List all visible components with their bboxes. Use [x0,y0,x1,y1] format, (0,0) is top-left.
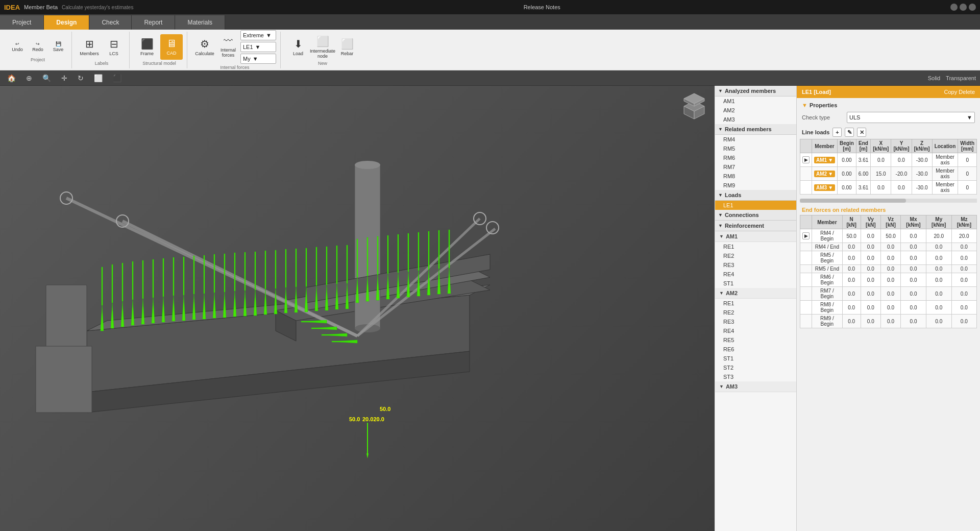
tree-item-r-am2-re5[interactable]: RE5 [715,335,796,345]
structural-buttons: ⬛ Frame 🖥 CAD [136,34,183,60]
clip-button[interactable]: ⬛ [110,73,125,83]
tree-item-r-am2-st3[interactable]: ST3 [715,372,796,381]
close-btn[interactable] [969,4,976,11]
members-button[interactable]: ⊞ Members [78,34,101,60]
row-end: 3.61 [856,181,870,195]
tab-report[interactable]: Report [132,15,175,30]
loads-header[interactable]: ▼ Loads [715,190,796,201]
ll-scrollbar[interactable] [800,199,977,203]
check-type-select[interactable]: ULS ▼ [847,112,975,123]
row-member[interactable]: AM3 ▼ [812,181,838,195]
intermediate-node-button[interactable]: ⬜ Intermediate node [311,34,334,60]
internal-forces-icon-button[interactable]: 〰 Internal forces [219,35,237,59]
home-view-button[interactable]: 🏠 [4,73,19,83]
le1-dropdown[interactable]: LE1 ▼ [240,42,276,52]
load-button[interactable]: ⬇ Load [287,34,309,60]
am3-member-dropdown[interactable]: AM3 ▼ [814,184,835,191]
redo-button[interactable]: ↪ Redo [29,38,47,56]
tree-item-rm4[interactable]: RM4 [715,135,796,144]
intermediate-node-icon: ⬜ [316,35,329,47]
solid-view-option[interactable]: Solid [928,75,940,81]
row-member[interactable]: AM1 ▼ [812,153,838,167]
ef-mz: 0.0 [951,273,976,287]
tree-item-r-am2-re3[interactable]: RE3 [715,317,796,326]
ll-add-button[interactable]: + [832,128,842,137]
orientation-cube[interactable] [679,91,709,122]
tree-item-r-am1-re3[interactable]: RE3 [715,260,796,270]
tree-item-am1[interactable]: AM1 [715,96,796,106]
copy-button[interactable]: Copy [944,89,957,95]
tree-item-am2[interactable]: AM2 [715,106,796,115]
ll-edit-button[interactable]: ✎ [845,128,854,137]
reinforcement-am1-header[interactable]: ▼ AM1 [715,231,796,242]
transparent-view-option[interactable]: Transparent [946,75,976,81]
tab-project[interactable]: Project [0,15,44,30]
ef-n: 0.0 [842,287,861,301]
zoom-button[interactable]: 🔍 [39,73,54,83]
move-button[interactable]: ✛ [58,73,70,83]
tree-item-r-am2-re4[interactable]: RE4 [715,326,796,335]
3d-viewport[interactable]: 50.0 20.020.0 50.0 [0,86,715,531]
rebar-label: Rebar [341,51,354,56]
am2-member-dropdown[interactable]: AM2 ▼ [814,171,835,177]
tree-item-rm5[interactable]: RM5 [715,144,796,153]
minimize-btn[interactable] [950,4,958,11]
lcs-button[interactable]: ⊟ LCS [103,34,125,60]
tree-item-rm8[interactable]: RM8 [715,172,796,181]
tree-item-r-am2-st2[interactable]: ST2 [715,363,796,372]
tree-item-r-am2-re1[interactable]: RE1 [715,299,796,308]
frame-button[interactable]: ⬛ Frame [136,34,158,60]
zoom-fit-button[interactable]: ⊕ [23,73,35,83]
ll-scrollbar-thumb[interactable] [800,199,906,203]
rotate-button[interactable]: ↻ [75,73,87,83]
ef-vz: 0.0 [880,251,900,265]
r-am3-arrow: ▼ [719,384,724,389]
tab-materials[interactable]: Materials [175,15,225,30]
view-box-button[interactable]: ⬜ [91,73,106,83]
tree-item-r-am2-st1[interactable]: ST1 [715,354,796,363]
calculate-button[interactable]: ⚙ Calculate [193,34,216,60]
internal-forces-group-label: Internal forces [220,65,249,70]
toolbar-project-group: ↩ Undo ↪ Redo 💾 Save Project [4,32,72,68]
tab-check[interactable]: Check [89,15,132,30]
delete-button[interactable]: Delete [959,89,975,95]
table-row: AM2 ▼ 0.00 6.00 15.0 -20.0 -30.0 Member … [800,167,977,181]
save-button[interactable]: 💾 Save [49,38,67,56]
scene-background: 50.0 20.020.0 50.0 [0,86,715,531]
ef-expand [800,315,812,328]
tree-item-rm7[interactable]: RM7 [715,162,796,172]
reinforcement-am3-header[interactable]: ▼ AM3 [715,381,796,392]
my-dropdown[interactable]: My ▼ [240,54,276,64]
tree-item-am3[interactable]: AM3 [715,115,796,124]
cad-button[interactable]: 🖥 CAD [160,34,183,60]
tree-item-r-am1-st1[interactable]: ST1 [715,279,796,288]
tree-item-r-am2-re6[interactable]: RE6 [715,345,796,354]
tree-item-rm6[interactable]: RM6 [715,153,796,162]
tab-design[interactable]: Design [44,15,89,30]
ll-delete-button[interactable]: ✕ [857,128,866,137]
extreme-dropdown[interactable]: Extreme ▼ [240,30,276,40]
properties-arrow: ▼ [802,102,807,108]
svg-rect-63 [316,247,317,285]
reinforcement-am2-header[interactable]: ▼ AM2 [715,288,796,299]
properties-label: Properties [810,102,837,108]
tree-item-r-am1-re1[interactable]: RE1 [715,242,796,251]
reinforcement-header[interactable]: ▼ Reinforcement [715,221,796,231]
line-loads-table: Member Begin [m] End [m] X [kN/m] Y [kN/… [800,139,977,195]
row-member[interactable]: AM2 ▼ [812,167,838,181]
am1-member-dropdown[interactable]: AM1 ▼ [814,157,835,163]
rebar-button[interactable]: ⬜ Rebar [336,34,358,60]
tree-item-r-am1-re4[interactable]: RE4 [715,270,796,279]
related-members-header[interactable]: ▼ Related members [715,124,796,135]
expand-am1-btn[interactable]: ▶ [802,156,810,163]
analyzed-members-header[interactable]: ▼ Analyzed members [715,86,796,96]
connections-header[interactable]: ▼ Connections [715,210,796,221]
maximize-btn[interactable] [960,4,967,11]
tree-item-r-am2-re2[interactable]: RE2 [715,308,796,317]
expand-rm4begin-btn[interactable]: ▶ [802,232,810,239]
tree-item-le1[interactable]: LE1 ▶ [715,201,796,210]
ef-n: 0.0 [842,315,861,328]
undo-button[interactable]: ↩ Undo [8,38,27,56]
tree-item-rm9[interactable]: RM9 [715,181,796,190]
tree-item-r-am1-re2[interactable]: RE2 [715,251,796,260]
